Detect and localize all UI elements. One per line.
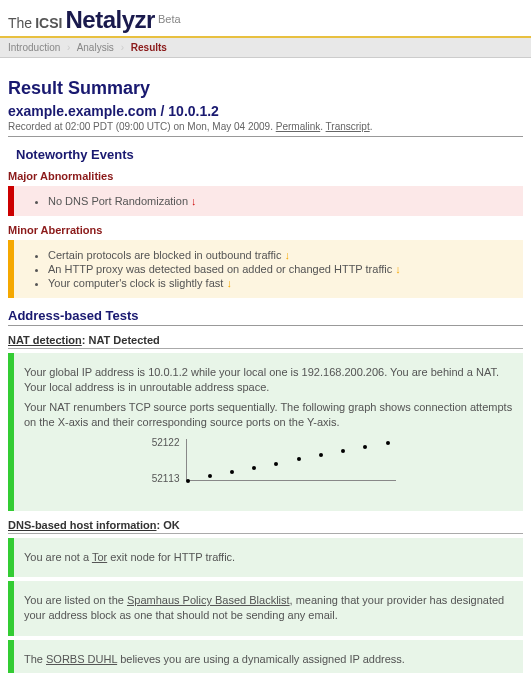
minor-title: Minor Aberrations — [8, 224, 523, 236]
major-panel: No DNS Port Randomization ↓ — [8, 186, 523, 216]
breadcrumb-sep: › — [67, 42, 70, 53]
client-info: example.example.com / 10.0.1.2 — [8, 103, 523, 119]
panel-text: You are listed on the Spamhaus Policy Ba… — [24, 593, 515, 624]
test-name[interactable]: DNS-based host information — [8, 519, 157, 531]
breadcrumb-item[interactable]: Analysis — [77, 42, 114, 53]
app-header: The ICSI Netalyzr Beta — [0, 0, 531, 38]
breadcrumb-item[interactable]: Introduction — [8, 42, 60, 53]
app-name: Netalyzr — [65, 6, 154, 33]
recorded-text: Recorded at 02:00 PDT (09:00 UTC) on Mon… — [8, 121, 276, 132]
noteworthy-title: Noteworthy Events — [16, 147, 523, 162]
dns-panel-3: The SORBS DUHL believes you are using a … — [8, 640, 523, 673]
panel-text: Your global IP address is 10.0.1.2 while… — [24, 365, 515, 396]
spamhaus-link[interactable]: Spamhaus Policy Based Blacklist — [127, 594, 290, 606]
down-arrow-icon: ↓ — [226, 277, 232, 289]
sorbs-link[interactable]: SORBS DUHL — [46, 653, 117, 665]
panel-text: The SORBS DUHL believes you are using a … — [24, 652, 515, 667]
dns-panel-1: You are not a Tor exit node for HTTP tra… — [8, 538, 523, 577]
header-icsi: ICSI — [35, 15, 62, 31]
page-title: Result Summary — [8, 78, 523, 99]
beta-badge: Beta — [158, 13, 181, 25]
permalink-link[interactable]: Permalink — [276, 121, 320, 132]
test-value: NAT Detected — [88, 334, 159, 346]
test-name[interactable]: NAT detection — [8, 334, 82, 346]
down-arrow-icon: ↓ — [191, 195, 197, 207]
nat-panel: Your global IP address is 10.0.1.2 while… — [8, 353, 523, 511]
major-title: Major Abnormalities — [8, 170, 523, 182]
list-item[interactable]: Certain protocols are blocked in outboun… — [48, 248, 515, 262]
minor-panel: Certain protocols are blocked in outboun… — [8, 240, 523, 298]
panel-text: You are not a Tor exit node for HTTP tra… — [24, 550, 515, 565]
down-arrow-icon: ↓ — [284, 249, 290, 261]
test-heading: NAT detection: NAT Detected — [8, 334, 523, 349]
panel-text: Your NAT renumbers TCP source ports sequ… — [24, 400, 515, 431]
down-arrow-icon: ↓ — [395, 263, 401, 275]
y-tick-label: 52122 — [140, 437, 180, 448]
list-item[interactable]: No DNS Port Randomization ↓ — [48, 194, 515, 208]
chart-point — [186, 479, 190, 483]
header-the: The — [8, 15, 32, 31]
tor-link[interactable]: Tor — [92, 551, 107, 563]
nat-port-chart: 52122 52113 — [140, 439, 400, 495]
breadcrumb: Introduction › Analysis › Results — [0, 38, 531, 58]
chart-point — [386, 441, 390, 445]
transcript-link[interactable]: Transcript — [326, 121, 370, 132]
address-title: Address-based Tests — [8, 308, 523, 326]
y-tick-label: 52113 — [140, 473, 180, 484]
list-item[interactable]: An HTTP proxy was detected based on adde… — [48, 262, 515, 276]
test-value: OK — [163, 519, 180, 531]
test-heading: DNS-based host information: OK — [8, 519, 523, 534]
recorded-line: Recorded at 02:00 PDT (09:00 UTC) on Mon… — [8, 121, 523, 137]
breadcrumb-current: Results — [131, 42, 167, 53]
dns-panel-2: You are listed on the Spamhaus Policy Ba… — [8, 581, 523, 636]
list-item[interactable]: Your computer's clock is slightly fast ↓ — [48, 276, 515, 290]
breadcrumb-sep: › — [121, 42, 124, 53]
